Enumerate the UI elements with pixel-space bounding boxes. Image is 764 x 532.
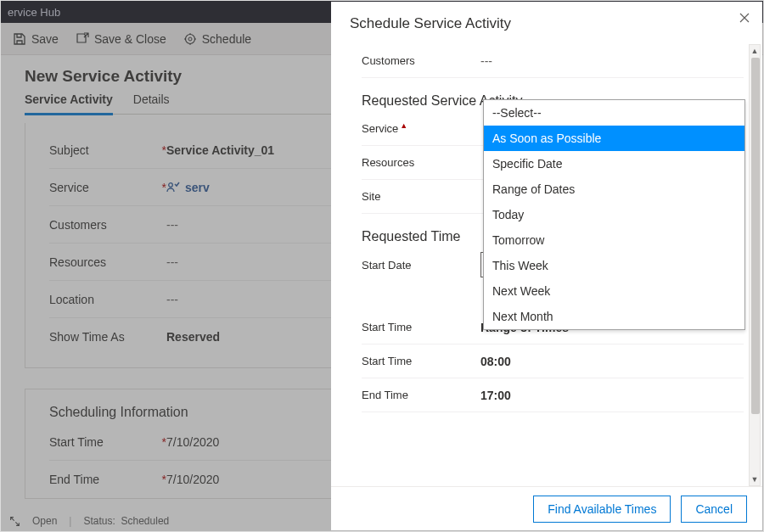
dropdown-option[interactable]: Next Month (484, 304, 744, 329)
panel-customers-label: Customers (362, 54, 480, 67)
panel-starttime-hdr-label: Start Time (362, 321, 480, 333)
required-icon: ▲ (400, 121, 407, 130)
find-times-button[interactable]: Find Available Times (533, 496, 671, 523)
panel-starttime-value[interactable]: 08:00 (480, 355, 744, 368)
panel-customers-value[interactable]: --- (480, 54, 744, 68)
panel-endtime-label: End Time (362, 389, 480, 401)
dropdown-option[interactable]: Today (484, 202, 744, 227)
dropdown-option[interactable]: Tomorrow (484, 227, 744, 253)
dropdown-option[interactable]: This Week (484, 253, 744, 278)
panel-site-label: Site (362, 190, 480, 203)
scroll-down-icon[interactable]: ▼ (751, 473, 759, 485)
startdate-dropdown[interactable]: --Select--As Soon as PossibleSpecific Da… (483, 99, 745, 330)
panel-resources-label: Resources (362, 156, 480, 169)
close-button[interactable] (739, 12, 750, 26)
panel-endtime-value[interactable]: 17:00 (480, 389, 744, 402)
panel-title: Schedule Service Activity (331, 2, 762, 44)
schedule-panel: Schedule Service Activity ▲ ▼ Customers … (331, 2, 762, 530)
dropdown-option[interactable]: Next Week (484, 278, 744, 304)
cancel-button[interactable]: Cancel (681, 496, 747, 523)
scroll-up-icon[interactable]: ▲ (751, 45, 759, 57)
panel-startdate-label: Start Date (362, 259, 480, 272)
panel-service-label: Service (362, 123, 398, 136)
scrollbar-thumb[interactable] (751, 58, 760, 414)
dropdown-option[interactable]: Range of Dates (484, 176, 744, 202)
panel-footer: Find Available Times Cancel (331, 486, 762, 530)
dropdown-option[interactable]: --Select-- (484, 100, 744, 126)
panel-body: ▲ ▼ Customers --- Requested Service Acti… (331, 44, 762, 486)
close-icon (739, 12, 750, 24)
panel-starttime-label: Start Time (362, 355, 480, 367)
dropdown-option[interactable]: As Soon as Possible (484, 126, 744, 151)
dropdown-option[interactable]: Specific Date (484, 151, 744, 176)
